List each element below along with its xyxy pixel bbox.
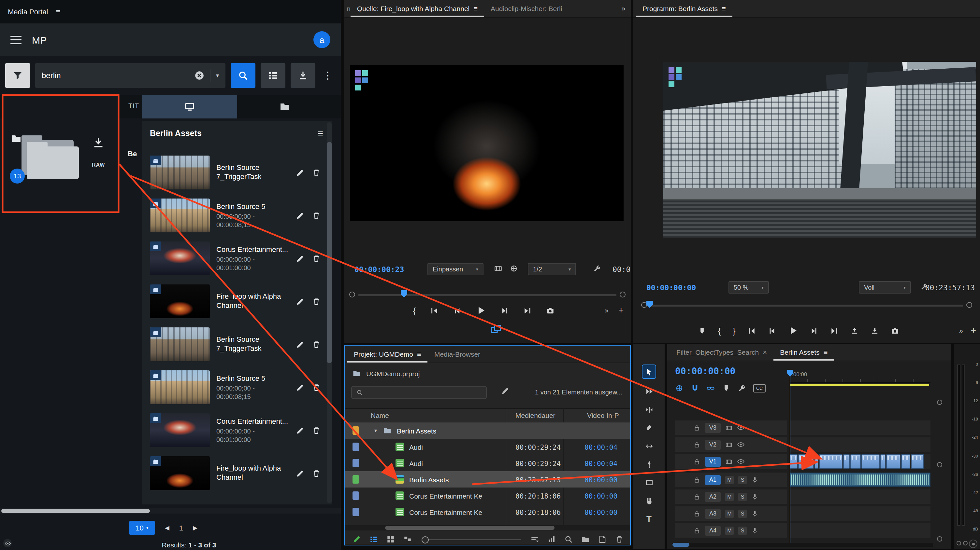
scrubber-left-knob[interactable] (349, 292, 355, 298)
step-forward-icon[interactable] (501, 306, 509, 315)
comparison-view-icon[interactable] (509, 264, 518, 273)
twirl-open-icon[interactable]: ▼ (373, 428, 378, 433)
tab-source-monitor[interactable]: Quelle: Fire_loop with Alpha Channel≡ (350, 0, 484, 17)
video-clip[interactable] (819, 454, 843, 469)
selection-tool[interactable] (642, 365, 656, 379)
scrollbar-knob[interactable] (937, 536, 942, 542)
panel-menu-icon[interactable]: ≡ (824, 348, 828, 356)
scrubber-track[interactable] (650, 304, 963, 307)
table-row[interactable]: Corus Entertainment Ke 00:20:18:06 00:00… (345, 504, 630, 520)
timeline-timecode[interactable]: 00:00:00:00 (675, 366, 735, 376)
folder-card[interactable]: 13 RAW (3, 96, 118, 212)
sync-lock-icon[interactable] (725, 441, 732, 448)
lock-icon[interactable] (693, 458, 700, 465)
source-scrubber[interactable] (349, 290, 625, 300)
panel-menu-icon[interactable]: ≡ (417, 350, 421, 358)
video-clip[interactable] (843, 454, 850, 469)
mute-button[interactable]: M (725, 526, 734, 535)
search-button[interactable] (231, 63, 255, 88)
play-icon[interactable] (788, 325, 798, 336)
step-forward-icon[interactable] (810, 327, 818, 335)
media-list-item[interactable]: Fire_loop with Alpha Channel (150, 281, 322, 322)
export-frame-icon[interactable] (546, 306, 555, 315)
toggle-output-eye-icon[interactable] (737, 458, 745, 465)
add-button-icon[interactable]: + (971, 325, 976, 335)
toggle-output-eye-icon[interactable] (737, 424, 745, 431)
clear-trash-icon[interactable] (615, 535, 624, 544)
track-label[interactable]: A3 (705, 509, 721, 518)
track-content[interactable] (790, 490, 931, 504)
transport-overflow-icon[interactable]: » (605, 307, 609, 314)
panel-menu-icon[interactable]: ≡ (473, 5, 477, 13)
scrubber-track[interactable] (358, 294, 616, 296)
new-item-icon[interactable] (598, 535, 607, 544)
transport-overflow-icon[interactable]: » (959, 327, 963, 334)
table-row-selected[interactable]: Berlin Assets 00:23:57:13 00:00:00 (345, 471, 630, 488)
track-content[interactable] (790, 454, 931, 469)
close-icon[interactable]: × (763, 348, 767, 356)
list-view-icon[interactable] (369, 535, 378, 544)
tab-berlin-assets-sequence[interactable]: Berlin Assets≡ (773, 344, 834, 361)
go-to-in-icon[interactable] (747, 327, 756, 335)
download-icon[interactable] (92, 136, 105, 149)
tab-project[interactable]: Projekt: UGMDemo≡ (347, 346, 428, 363)
track-select-tool[interactable] (642, 384, 656, 398)
mp-window-menu-icon[interactable]: ≡ (56, 7, 60, 16)
type-tool[interactable]: T (642, 512, 656, 526)
audio-clip[interactable] (790, 472, 931, 487)
play-icon[interactable] (476, 305, 487, 316)
project-search-field[interactable] (351, 386, 487, 399)
delete-icon[interactable] (312, 383, 321, 391)
delete-icon[interactable] (312, 426, 321, 434)
fit-dropdown[interactable]: Einpassen▾ (428, 263, 484, 275)
next-page-button[interactable]: ▶ (193, 525, 197, 531)
download-button[interactable] (291, 63, 315, 88)
work-area-bar[interactable] (790, 384, 929, 386)
lock-icon[interactable] (693, 493, 700, 500)
status-ring-icon[interactable] (969, 540, 977, 548)
lock-icon[interactable] (693, 510, 700, 517)
mark-in-icon[interactable]: { (718, 327, 721, 335)
lock-icon[interactable] (693, 441, 700, 448)
source-playhead[interactable] (401, 290, 407, 298)
pen-tool[interactable] (642, 457, 656, 471)
label-swatch[interactable] (353, 459, 359, 468)
project-writable-icon[interactable] (501, 387, 509, 395)
hand-tool[interactable] (642, 493, 656, 508)
track-content[interactable] (790, 506, 931, 521)
zoom-level-dropdown[interactable]: 50 %▾ (729, 281, 769, 293)
edit-icon[interactable] (296, 340, 304, 349)
media-list-item[interactable]: Berlin Source 7_TriggerTask (150, 152, 322, 193)
captions-cc-icon[interactable]: CC (753, 384, 765, 393)
timeline-scrollbar-thumb[interactable] (673, 543, 689, 547)
source-timecode[interactable]: 00:00:00:23 (355, 265, 404, 274)
lock-icon[interactable] (693, 527, 700, 534)
media-list-item[interactable]: Berlin Source 500:00:00;00 - 00:00:08;15 (150, 195, 322, 236)
mute-button[interactable]: M (725, 476, 734, 484)
chevron-down-icon[interactable]: ▾ (216, 72, 219, 79)
project-file-row[interactable]: UGMDemo.prproj (353, 369, 420, 377)
media-list-item[interactable]: Corus Entertainment...00:00:00:00 - 00:0… (150, 410, 322, 450)
go-to-out-icon[interactable] (523, 306, 532, 315)
snap-magnet-icon[interactable] (691, 384, 699, 393)
delete-icon[interactable] (312, 340, 321, 349)
timeline-settings-wrench-icon[interactable] (738, 384, 746, 393)
video-clip[interactable] (901, 454, 910, 469)
search-input[interactable] (42, 71, 189, 80)
kebab-menu-icon[interactable]: ⋮ (321, 70, 335, 81)
tab-media-browser[interactable]: Media-Browser (428, 346, 487, 363)
settings-wrench-icon[interactable] (593, 264, 601, 273)
filter-button[interactable] (5, 63, 30, 88)
label-swatch[interactable] (353, 426, 359, 435)
delete-icon[interactable] (312, 254, 321, 263)
edit-icon[interactable] (296, 211, 304, 220)
prev-page-button[interactable]: ◀ (165, 525, 169, 531)
mic-icon[interactable] (751, 493, 759, 500)
rectangle-tool[interactable] (642, 475, 656, 490)
list-view-button[interactable] (261, 63, 285, 88)
go-to-in-icon[interactable] (430, 306, 439, 315)
tab-folder-view[interactable] (237, 95, 332, 119)
freeform-view-icon[interactable] (403, 535, 412, 544)
go-to-out-icon[interactable] (830, 327, 838, 335)
media-list-item[interactable]: Berlin Source 7_TriggerTask (150, 324, 322, 365)
